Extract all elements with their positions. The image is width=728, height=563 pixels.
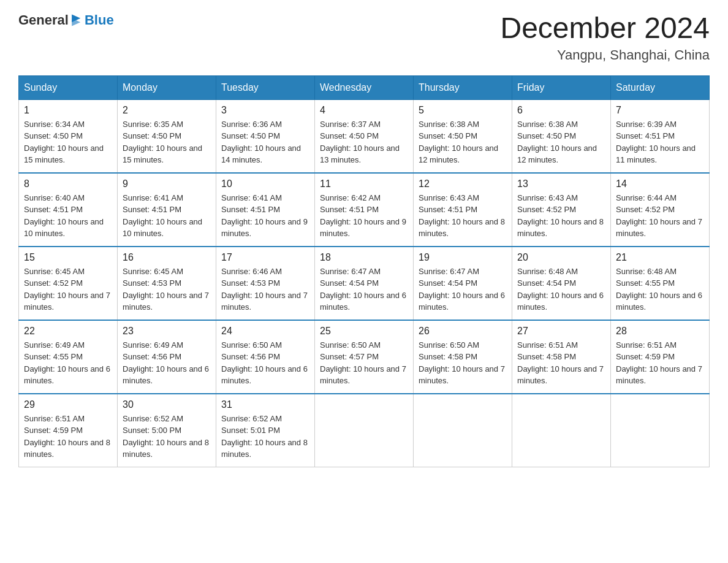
sunrise-label: Sunrise: 6:41 AM (123, 193, 183, 202)
calendar-table: Sunday Monday Tuesday Wednesday Thursday… (18, 75, 710, 467)
day-number: 1 (24, 105, 112, 116)
sunset-label: Sunset: 4:50 PM (419, 131, 477, 140)
sunset-label: Sunset: 4:51 PM (616, 131, 675, 140)
day-number: 11 (320, 178, 408, 190)
day-info: Sunrise: 6:38 AM Sunset: 4:50 PM Dayligh… (419, 118, 507, 166)
calendar-cell: 13 Sunrise: 6:43 AM Sunset: 4:52 PM Dayl… (512, 173, 611, 247)
sunrise-label: Sunrise: 6:45 AM (24, 267, 85, 276)
calendar-cell: 16 Sunrise: 6:45 AM Sunset: 4:53 PM Dayl… (118, 247, 216, 320)
sunset-label: Sunset: 4:51 PM (320, 205, 379, 214)
sunset-label: Sunset: 4:58 PM (517, 352, 576, 361)
calendar-cell: 17 Sunrise: 6:46 AM Sunset: 4:53 PM Dayl… (216, 247, 315, 320)
calendar-cell: 18 Sunrise: 6:47 AM Sunset: 4:54 PM Dayl… (315, 247, 414, 320)
daylight-label: Daylight: 10 hours and 7 minutes. (221, 291, 308, 312)
sunrise-label: Sunrise: 6:52 AM (123, 414, 183, 423)
calendar-cell: 9 Sunrise: 6:41 AM Sunset: 4:51 PM Dayli… (118, 173, 216, 247)
logo-blue-text: Blue (85, 12, 114, 28)
sunrise-label: Sunrise: 6:49 AM (24, 340, 85, 350)
day-info: Sunrise: 6:47 AM Sunset: 4:54 PM Dayligh… (320, 266, 408, 313)
calendar-cell: 25 Sunrise: 6:50 AM Sunset: 4:57 PM Dayl… (315, 320, 414, 394)
calendar-cell: 24 Sunrise: 6:50 AM Sunset: 4:56 PM Dayl… (216, 320, 315, 394)
day-info: Sunrise: 6:38 AM Sunset: 4:50 PM Dayligh… (517, 118, 605, 166)
day-info: Sunrise: 6:44 AM Sunset: 4:52 PM Dayligh… (616, 192, 704, 240)
sunrise-label: Sunrise: 6:43 AM (517, 193, 578, 202)
daylight-label: Daylight: 10 hours and 12 minutes. (419, 144, 498, 165)
calendar-cell: 6 Sunrise: 6:38 AM Sunset: 4:50 PM Dayli… (512, 99, 611, 173)
daylight-label: Daylight: 10 hours and 6 minutes. (24, 364, 110, 386)
location-title: Yangpu, Shanghai, China (500, 47, 710, 63)
sunset-label: Sunset: 4:51 PM (24, 205, 83, 214)
calendar-cell: 31 Sunrise: 6:52 AM Sunset: 5:01 PM Dayl… (216, 394, 315, 467)
day-number: 21 (616, 252, 704, 263)
sunrise-label: Sunrise: 6:48 AM (616, 267, 677, 276)
day-info: Sunrise: 6:36 AM Sunset: 4:50 PM Dayligh… (221, 118, 309, 166)
calendar-cell (414, 394, 512, 467)
calendar-cell: 22 Sunrise: 6:49 AM Sunset: 4:55 PM Dayl… (19, 320, 118, 394)
calendar-cell: 30 Sunrise: 6:52 AM Sunset: 5:00 PM Dayl… (118, 394, 216, 467)
day-number: 8 (24, 178, 112, 190)
day-number: 7 (616, 105, 704, 116)
calendar-header-row: Sunday Monday Tuesday Wednesday Thursday… (19, 75, 710, 99)
day-number: 18 (320, 252, 408, 263)
calendar-cell: 19 Sunrise: 6:47 AM Sunset: 4:54 PM Dayl… (414, 247, 512, 320)
col-monday: Monday (118, 75, 216, 99)
daylight-label: Daylight: 10 hours and 6 minutes. (320, 291, 406, 312)
day-info: Sunrise: 6:49 AM Sunset: 4:56 PM Dayligh… (123, 339, 211, 387)
sunset-label: Sunset: 4:59 PM (616, 352, 675, 361)
sunrise-label: Sunrise: 6:51 AM (24, 414, 85, 423)
day-info: Sunrise: 6:51 AM Sunset: 4:59 PM Dayligh… (24, 413, 112, 461)
sunset-label: Sunset: 4:56 PM (221, 352, 280, 361)
daylight-label: Daylight: 10 hours and 15 minutes. (123, 144, 202, 165)
sunset-label: Sunset: 5:01 PM (221, 426, 280, 435)
day-info: Sunrise: 6:40 AM Sunset: 4:51 PM Dayligh… (24, 192, 112, 240)
day-number: 22 (24, 326, 112, 337)
calendar-cell: 21 Sunrise: 6:48 AM Sunset: 4:55 PM Dayl… (611, 247, 710, 320)
sunset-label: Sunset: 4:53 PM (221, 278, 280, 288)
daylight-label: Daylight: 10 hours and 14 minutes. (221, 144, 301, 165)
logo-wordmark: General Blue (18, 12, 114, 28)
day-number: 23 (123, 326, 211, 337)
sunrise-label: Sunrise: 6:50 AM (221, 340, 282, 350)
sunset-label: Sunset: 4:53 PM (123, 278, 181, 288)
day-number: 29 (24, 399, 112, 410)
day-number: 25 (320, 326, 408, 337)
calendar-cell: 7 Sunrise: 6:39 AM Sunset: 4:51 PM Dayli… (611, 99, 710, 173)
calendar-cell: 2 Sunrise: 6:35 AM Sunset: 4:50 PM Dayli… (118, 99, 216, 173)
calendar-cell: 1 Sunrise: 6:34 AM Sunset: 4:50 PM Dayli… (19, 99, 118, 173)
daylight-label: Daylight: 10 hours and 7 minutes. (616, 217, 702, 239)
daylight-label: Daylight: 10 hours and 8 minutes. (221, 438, 308, 459)
day-number: 16 (123, 252, 211, 263)
day-number: 6 (517, 105, 605, 116)
daylight-label: Daylight: 10 hours and 7 minutes. (123, 291, 209, 312)
day-number: 13 (517, 178, 605, 190)
day-number: 12 (419, 178, 507, 190)
day-info: Sunrise: 6:37 AM Sunset: 4:50 PM Dayligh… (320, 118, 408, 166)
sunset-label: Sunset: 4:56 PM (123, 352, 181, 361)
col-thursday: Thursday (414, 75, 512, 99)
sunrise-label: Sunrise: 6:48 AM (517, 267, 578, 276)
sunrise-label: Sunrise: 6:43 AM (419, 193, 479, 202)
sunset-label: Sunset: 4:59 PM (24, 426, 83, 435)
sunrise-label: Sunrise: 6:35 AM (123, 120, 183, 129)
sunset-label: Sunset: 4:52 PM (616, 205, 675, 214)
daylight-label: Daylight: 10 hours and 6 minutes. (616, 291, 702, 312)
sunset-label: Sunset: 4:58 PM (419, 352, 477, 361)
day-number: 31 (221, 399, 309, 410)
day-info: Sunrise: 6:51 AM Sunset: 4:59 PM Dayligh… (616, 339, 704, 387)
daylight-label: Daylight: 10 hours and 13 minutes. (320, 144, 400, 165)
sunrise-label: Sunrise: 6:39 AM (616, 120, 677, 129)
day-info: Sunrise: 6:48 AM Sunset: 4:54 PM Dayligh… (517, 266, 605, 313)
daylight-label: Daylight: 10 hours and 8 minutes. (517, 217, 604, 239)
sunrise-label: Sunrise: 6:51 AM (517, 340, 578, 350)
logo-general-text: General (18, 12, 69, 28)
day-info: Sunrise: 6:41 AM Sunset: 4:51 PM Dayligh… (123, 192, 211, 240)
sunrise-label: Sunrise: 6:41 AM (221, 193, 282, 202)
daylight-label: Daylight: 10 hours and 6 minutes. (123, 364, 209, 386)
calendar-cell: 27 Sunrise: 6:51 AM Sunset: 4:58 PM Dayl… (512, 320, 611, 394)
sunrise-label: Sunrise: 6:52 AM (221, 414, 282, 423)
sunrise-label: Sunrise: 6:44 AM (616, 193, 677, 202)
daylight-label: Daylight: 10 hours and 7 minutes. (616, 364, 702, 386)
day-number: 5 (419, 105, 507, 116)
day-info: Sunrise: 6:43 AM Sunset: 4:52 PM Dayligh… (517, 192, 605, 240)
daylight-label: Daylight: 10 hours and 6 minutes. (221, 364, 308, 386)
